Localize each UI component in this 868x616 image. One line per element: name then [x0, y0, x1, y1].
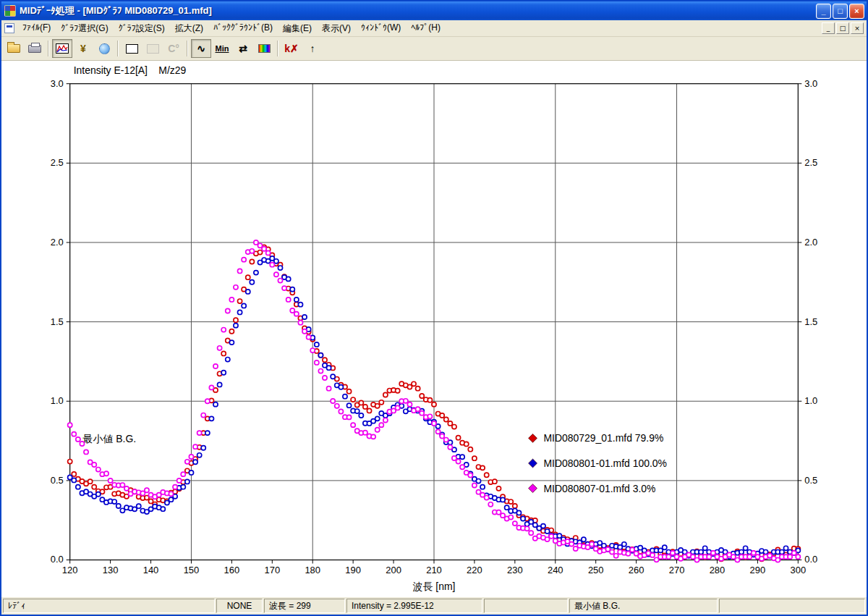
status-panel-6 [719, 599, 865, 613]
legend-entry-2: MID080807-01.mfd 3.0% [529, 483, 656, 494]
mdi-restore-button[interactable]: □ [836, 22, 849, 34]
menu-item-edit[interactable]: 編集(E) [278, 20, 317, 37]
open-file-button[interactable] [4, 39, 24, 58]
x-tick-label: 190 [345, 565, 361, 575]
open-file-icon [7, 44, 20, 53]
menu-bar: ﾌｧｲﾙ(F)ｸﾞﾗﾌ選択(G)ｸﾞﾗﾌ設定(S)拡大(Z)ﾊﾞｯｸｸﾞﾗｳﾝﾄ… [1, 20, 867, 37]
x-tick-label: 270 [669, 565, 685, 575]
x-tick-label: 170 [265, 565, 281, 575]
min-button[interactable]: Min [212, 39, 232, 58]
y-tick-label-right: 1.5 [804, 316, 817, 327]
frame-secondary-icon [147, 44, 159, 54]
y-tick-label-right: 2.5 [804, 157, 817, 168]
x-axis-label: 波長 [nm] [413, 581, 456, 592]
x-tick-label: 290 [750, 565, 766, 575]
y-tick-label-left: 2.5 [51, 157, 64, 168]
graph-display-icon [56, 43, 69, 54]
legend-label: MID080807-01.mfd 3.0% [543, 483, 655, 494]
x-tick-label: 300 [791, 565, 807, 575]
loop-button[interactable]: ⇄ [233, 39, 253, 58]
legend-entry-1: MID080801-01.mfd 100.0% [529, 457, 667, 469]
y-tick-label-left: 2.0 [51, 237, 64, 248]
legend-label: MID080729_01.mfd 79.9% [543, 432, 663, 444]
legend-label: MID080801-01.mfd 100.0% [543, 457, 667, 469]
x-tick-label: 200 [386, 565, 401, 575]
legend: MID080729_01.mfd 79.9%MID080801-01.mfd 1… [529, 432, 667, 494]
x-tick-label: 160 [224, 565, 240, 575]
y-tick-label-right: 3.0 [804, 78, 817, 89]
loop-icon: ⇄ [239, 43, 247, 54]
mdi-minimize-button[interactable]: _ [822, 22, 835, 34]
x-tick-label: 250 [588, 565, 604, 575]
kx-delete-button[interactable]: k✗ [281, 39, 302, 58]
x-tick-label: 120 [62, 565, 78, 575]
minimize-button[interactable]: _ [816, 4, 831, 19]
y-tick-label-left: 3.0 [51, 78, 64, 89]
globe-button[interactable] [94, 39, 114, 58]
toolbar-separator [277, 41, 278, 56]
menu-item-graph-settings[interactable]: ｸﾞﾗﾌ設定(S) [114, 20, 170, 37]
y-tick-label-right: 1.0 [804, 395, 817, 406]
y-tick-label-left: 0.5 [51, 475, 64, 486]
legend-diamond-icon [529, 434, 537, 442]
chart-header-intensity: Intensity E-12[A] [74, 64, 148, 76]
x-tick-label: 280 [710, 565, 726, 575]
chart-header-mz: M/z29 [158, 64, 186, 76]
x-tick-label: 130 [103, 565, 119, 575]
menu-item-zoom[interactable]: 拡大(Z) [170, 20, 208, 37]
frame-icon [126, 44, 138, 54]
menu-item-graph-select[interactable]: ｸﾞﾗﾌ選択(G) [56, 20, 113, 37]
x-tick-label: 210 [426, 565, 442, 575]
y-tick-label-right: 0.0 [804, 554, 817, 565]
legend-entry-0: MID080729_01.mfd 79.9% [529, 432, 664, 444]
x-tick-label: 240 [548, 565, 563, 575]
y-tick-label-right: 2.0 [804, 237, 817, 248]
wave-icon: ∿ [197, 43, 205, 54]
restore-button[interactable]: □ [833, 4, 848, 19]
status-panel-2: 波長 = 299 [264, 599, 345, 613]
celsius-button: C° [163, 39, 184, 58]
print-icon [28, 45, 41, 53]
up-arrow-button[interactable]: ↑ [302, 39, 323, 58]
document-icon [4, 23, 14, 33]
yen-scale-button[interactable]: ¥ [73, 39, 93, 58]
x-tick-label: 220 [467, 565, 482, 575]
y-tick-label-left: 1.0 [51, 395, 64, 406]
min-bg-annotation: 最小値 B.G. [82, 433, 137, 444]
frame-button[interactable] [122, 39, 142, 58]
app-icon [4, 5, 16, 17]
window-controls: _ □ × [816, 4, 864, 19]
toolbar-separator [48, 41, 49, 56]
toolbar: ¥C°∿Min⇄k✗↑ [1, 37, 867, 61]
x-tick-label: 180 [305, 565, 320, 575]
mdi-close-button[interactable]: × [851, 22, 864, 34]
chart-canvas[interactable]: 1201301401501601701801902002102202302402… [1, 61, 867, 596]
menu-item-background[interactable]: ﾊﾞｯｸｸﾞﾗｳﾝﾄﾞ(B) [208, 20, 278, 37]
yen-scale-icon: ¥ [80, 43, 86, 54]
menu-item-window[interactable]: ｳｨﾝﾄﾞｳ(W) [356, 20, 406, 37]
x-tick-label: 260 [629, 565, 644, 575]
menu-item-view[interactable]: 表示(V) [317, 20, 356, 37]
title-bar: MIDﾃﾞｰﾀ処理 - [MIDｸﾞﾗﾌ MID080729_01.mfd] _… [1, 1, 867, 20]
status-panel-5: 最小値 B.G. [569, 599, 718, 613]
chart-area: 1201301401501601701801902002102202302402… [1, 61, 867, 596]
min-icon: Min [216, 45, 229, 53]
celsius-icon: C° [168, 43, 179, 54]
menu-item-help[interactable]: ﾍﾙﾌﾟ(H) [406, 20, 446, 37]
status-panel-1: NONE [216, 599, 263, 613]
gradient-button[interactable] [254, 39, 274, 58]
up-arrow-icon: ↑ [310, 43, 315, 54]
kx-delete-icon: k✗ [284, 43, 299, 54]
legend-diamond-icon [529, 459, 537, 468]
app-window: MIDﾃﾞｰﾀ処理 - [MIDｸﾞﾗﾌ MID080729_01.mfd] _… [0, 0, 868, 616]
x-tick-label: 140 [143, 565, 159, 575]
graph-display-button[interactable] [52, 39, 72, 58]
wave-button[interactable]: ∿ [191, 39, 211, 58]
close-button[interactable]: × [849, 4, 864, 19]
status-panel-3: Intensity = 2.995E-12 [346, 599, 482, 613]
y-tick-label-left: 1.5 [51, 316, 64, 327]
menu-item-file[interactable]: ﾌｧｲﾙ(F) [17, 20, 56, 37]
frame-secondary-button [142, 39, 163, 58]
print-button[interactable] [25, 39, 45, 58]
mdi-window-controls: _ □ × [822, 22, 867, 34]
